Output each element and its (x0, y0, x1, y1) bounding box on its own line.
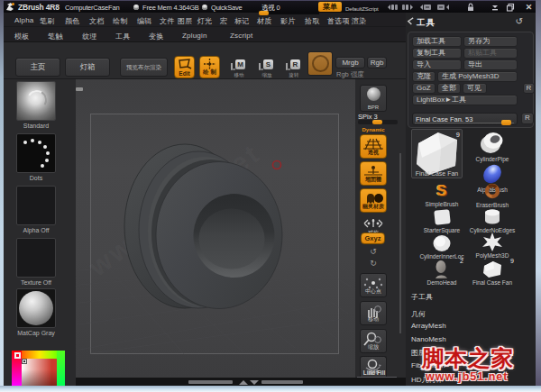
menu-movie[interactable]: 影片 (280, 16, 295, 26)
copy-tool-button[interactable]: 复制工具 (412, 48, 462, 59)
tool-item-cylindernoedges[interactable]: CylinderNoEdges (467, 208, 518, 233)
menu-alpha[interactable]: Alpha (14, 16, 33, 24)
hue-gradient-right[interactable] (57, 351, 65, 386)
menu-material[interactable]: 材质 (257, 16, 271, 26)
tool-item-polymesh3d[interactable]: PolyMesh3D (467, 232, 518, 259)
menu-picker[interactable]: 拾取 (305, 16, 319, 26)
dynamic-label[interactable]: Dynamic (360, 127, 387, 133)
menu-zplugin[interactable]: Zplugin (182, 32, 207, 40)
section-geometry[interactable]: 几何 (411, 309, 426, 319)
rgb-button[interactable]: Rgb (367, 57, 387, 68)
minimize-button[interactable] (491, 3, 500, 12)
menu-preferences[interactable]: 首选项 (327, 16, 350, 26)
draw-button[interactable]: 绘 制 (199, 56, 220, 78)
preview-boolean-button[interactable]: 预览布尔渲染 (120, 58, 168, 77)
lightbox-button[interactable]: 灯箱 (65, 58, 110, 77)
lock-icon[interactable] (466, 3, 475, 12)
tool-item-startersquare[interactable]: StarterSquare (417, 208, 467, 233)
hue-cursor[interactable] (14, 352, 21, 359)
floor-grid-button[interactable]: 地面栅 (360, 161, 387, 186)
menu-document[interactable]: 文档 (89, 16, 104, 26)
rotate-ccw-icon[interactable]: ↺ (364, 247, 382, 256)
menu-layer[interactable]: 图层 (178, 16, 192, 26)
tool-item-eraserbrush[interactable]: EraserBrush (467, 181, 518, 208)
material-preview-button[interactable] (307, 51, 333, 76)
current-brush-thumbnail[interactable] (16, 81, 56, 121)
current-stroke-thumbnail[interactable] (16, 133, 56, 173)
slider-r-button[interactable]: R (521, 113, 534, 124)
ghost-transparency-button[interactable]: 幽灵材质 (360, 188, 387, 213)
menu-template[interactable]: 模板 (14, 32, 29, 41)
tool-slider-handle[interactable] (501, 120, 511, 125)
menu-macro[interactable]: 宏 (220, 16, 227, 26)
divider-arrow-up[interactable] (239, 380, 248, 385)
menu-color[interactable]: 颜色 (65, 16, 79, 26)
current-material-thumbnail[interactable] (16, 288, 56, 328)
divider-bar-right[interactable] (261, 380, 303, 384)
section-subtool[interactable]: 子工具 (411, 292, 433, 302)
active-tool-thumbnail[interactable]: 9 Final Case Fan (411, 129, 463, 178)
spix-handle[interactable] (372, 120, 382, 124)
home-button[interactable]: 主页 (15, 58, 60, 77)
section-arraymesh[interactable]: ArrayMesh (411, 322, 446, 330)
center-point-button[interactable]: 中心点 (360, 273, 387, 297)
gxyz-button[interactable]: Gxyz (361, 232, 385, 244)
divider-arrow-down[interactable] (250, 380, 259, 385)
tool-item-demohead[interactable]: 2 DemoHead (417, 260, 467, 286)
all-button[interactable]: 全部 (437, 83, 461, 94)
rotate-label: 旋转 (283, 72, 305, 78)
section-nanomesh[interactable]: NanoMesh (411, 335, 446, 343)
menu-button[interactable]: 菜单 (318, 2, 342, 12)
menu-tool[interactable]: 工具 (115, 32, 130, 41)
make-polymesh3d-button[interactable]: 生成 PolyMesh3D (437, 71, 518, 82)
current-alpha-thumbnail[interactable] (16, 186, 56, 225)
export-button[interactable]: 导出 (463, 59, 518, 70)
tray-divider-handle[interactable] (399, 153, 401, 333)
menu-stroke[interactable]: 笔触 (48, 32, 62, 41)
menu-edit[interactable]: 编辑 (137, 16, 151, 26)
save-as-button[interactable]: 另存为 (463, 36, 518, 47)
tool-item-cylinderinnerloc[interactable]: CylinderInnerLoc (417, 235, 467, 260)
menu-zscript[interactable]: Zscript (230, 32, 252, 40)
lightbox-tool-button[interactable]: LightBox►工具 (412, 95, 518, 105)
menu-marker[interactable]: 标记 (234, 16, 249, 26)
tablet-icons[interactable] (387, 3, 414, 12)
load-tool-button[interactable]: 加载工具 (412, 36, 462, 47)
perspective-button[interactable]: 透视 (360, 134, 387, 159)
fan-model[interactable] (124, 144, 282, 309)
menu-light[interactable]: 灯光 (197, 16, 212, 26)
clone-button[interactable]: 克隆 (412, 71, 436, 82)
rotate-cw-icon[interactable]: ↻ (364, 259, 382, 268)
menu-render[interactable]: 渲染 (352, 16, 366, 26)
bpr-render-button[interactable]: BPR (360, 85, 387, 112)
visible-button[interactable]: 可见 (463, 83, 487, 94)
restore-configuration-icon[interactable]: ↺ (516, 16, 523, 26)
menu-transform[interactable]: 变换 (149, 32, 163, 41)
tool-slider[interactable]: Final Case Fan. 53 (412, 113, 518, 125)
color-picker[interactable] (12, 351, 65, 386)
paste-tool-button[interactable]: 粘贴工具 (463, 48, 518, 59)
tool-item-cylinderpipe[interactable]: CylinderPipe (467, 130, 518, 162)
restore-button[interactable] (506, 3, 515, 12)
scroll-button[interactable]: 移动 (360, 301, 387, 325)
import-button[interactable]: 导入 (412, 59, 462, 70)
monitor-icons[interactable] (419, 3, 450, 12)
sv-cursor[interactable] (22, 359, 27, 364)
menu-brush[interactable]: 笔刷 (40, 16, 54, 26)
close-button[interactable]: ✕ (524, 3, 534, 12)
document-canvas[interactable]: www.jb51.net (76, 79, 355, 378)
menu-file[interactable]: 文件 (160, 16, 174, 26)
current-texture-thumbnail[interactable] (16, 238, 56, 278)
spix-slider[interactable]: SPix 3 (358, 113, 399, 125)
goz-button[interactable]: GoZ (412, 83, 436, 94)
goz-r-button[interactable]: R (523, 83, 535, 94)
menu-texture[interactable]: 纹理 (82, 32, 96, 41)
edit-button[interactable]: Edit (174, 56, 195, 78)
mrgb-button[interactable]: Mrgb (335, 57, 365, 68)
menu-draw[interactable]: 绘制 (113, 16, 127, 26)
divider-bar-left[interactable] (188, 380, 233, 384)
zoom-button[interactable]: 缩放 (360, 329, 387, 353)
tool-item-finalcasefan[interactable]: 9 Final Case Fan (467, 260, 518, 286)
tool-item-simplebrush[interactable]: S SimpleBrush (417, 181, 467, 207)
quicksave-button[interactable]: QuickSave (211, 4, 242, 12)
